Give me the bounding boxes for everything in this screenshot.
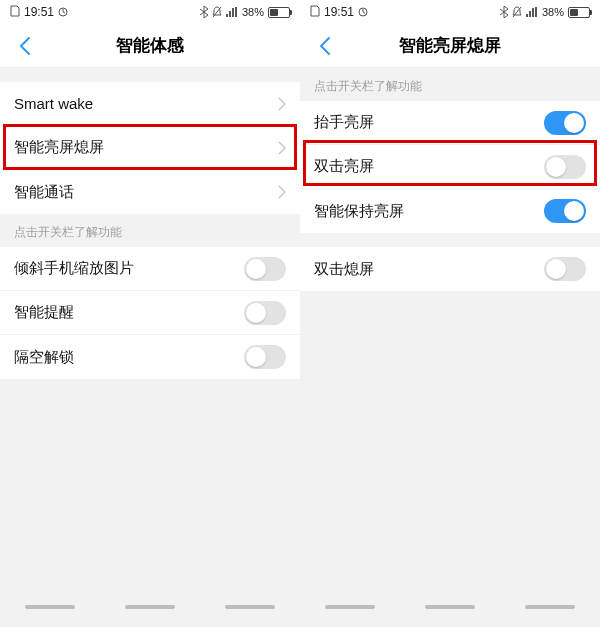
nav-back[interactable] <box>325 605 375 609</box>
page-title: 智能亮屏熄屏 <box>399 34 501 57</box>
chevron-right-icon <box>278 141 286 155</box>
sim-icon <box>310 5 320 20</box>
nav-back[interactable] <box>25 605 75 609</box>
nav-recent[interactable] <box>225 605 275 609</box>
toggle-double-tap-off[interactable] <box>544 257 586 281</box>
dnd-icon <box>212 6 222 18</box>
nav-recent[interactable] <box>525 605 575 609</box>
row-label: 隔空解锁 <box>14 348 244 367</box>
row-label: 抬手亮屏 <box>314 113 544 132</box>
battery-icon <box>268 7 290 18</box>
chevron-right-icon <box>278 185 286 199</box>
bluetooth-icon <box>200 6 208 18</box>
nav-bar <box>300 587 600 627</box>
header: 智能亮屏熄屏 <box>300 24 600 68</box>
row-double-tap-wake[interactable]: 双击亮屏 <box>300 145 600 189</box>
alarm-icon <box>358 7 368 17</box>
row-smart-keep-on[interactable]: 智能保持亮屏 <box>300 189 600 233</box>
toggle-double-tap-wake[interactable] <box>544 155 586 179</box>
battery-pct: 38% <box>542 6 564 18</box>
phone-left: 19:51 38% 智能体感 Smart <box>0 0 300 627</box>
signal-icon <box>226 7 238 17</box>
toggle-smart-remind[interactable] <box>244 301 286 325</box>
content: 点击开关栏了解功能 抬手亮屏 双击亮屏 智能保持亮屏 双击熄屏 <box>300 68 600 587</box>
status-time: 19:51 <box>24 5 54 19</box>
signal-icon <box>526 7 538 17</box>
back-button[interactable] <box>10 24 40 68</box>
row-label: Smart wake <box>14 95 278 112</box>
row-label: 智能保持亮屏 <box>314 202 544 221</box>
section-label: 点击开关栏了解功能 <box>0 214 300 247</box>
row-smart-wake[interactable]: Smart wake <box>0 82 300 126</box>
toggle-raise-wake[interactable] <box>544 111 586 135</box>
nav-home[interactable] <box>125 605 175 609</box>
alarm-icon <box>58 7 68 17</box>
sim-icon <box>10 5 20 20</box>
row-double-tap-off[interactable]: 双击熄屏 <box>300 247 600 291</box>
row-screen-onoff[interactable]: 智能亮屏熄屏 <box>0 126 300 170</box>
status-time: 19:51 <box>324 5 354 19</box>
nav-home[interactable] <box>425 605 475 609</box>
battery-icon <box>568 7 590 18</box>
row-label: 双击亮屏 <box>314 157 544 176</box>
section-label: 点击开关栏了解功能 <box>300 68 600 101</box>
toggle-air-unlock[interactable] <box>244 345 286 369</box>
row-label: 智能通话 <box>14 183 278 202</box>
phone-right: 19:51 38% 智能亮屏熄屏 点击开关栏了解功能 <box>300 0 600 627</box>
toggle-tilt-zoom[interactable] <box>244 257 286 281</box>
bluetooth-icon <box>500 6 508 18</box>
battery-pct: 38% <box>242 6 264 18</box>
row-air-unlock[interactable]: 隔空解锁 <box>0 335 300 379</box>
row-label: 倾斜手机缩放图片 <box>14 259 244 278</box>
back-button[interactable] <box>310 24 340 68</box>
status-bar: 19:51 38% <box>0 0 300 24</box>
nav-bar <box>0 587 300 627</box>
header: 智能体感 <box>0 24 300 68</box>
chevron-right-icon <box>278 97 286 111</box>
dnd-icon <box>512 6 522 18</box>
row-tilt-zoom[interactable]: 倾斜手机缩放图片 <box>0 247 300 291</box>
row-smart-call[interactable]: 智能通话 <box>0 170 300 214</box>
row-label: 双击熄屏 <box>314 260 544 279</box>
page-title: 智能体感 <box>116 34 184 57</box>
content: Smart wake 智能亮屏熄屏 智能通话 点击开关栏了解功能 <box>0 68 300 587</box>
row-smart-remind[interactable]: 智能提醒 <box>0 291 300 335</box>
row-label: 智能提醒 <box>14 303 244 322</box>
status-bar: 19:51 38% <box>300 0 600 24</box>
row-label: 智能亮屏熄屏 <box>14 138 278 157</box>
toggle-smart-keep-on[interactable] <box>544 199 586 223</box>
row-raise-wake[interactable]: 抬手亮屏 <box>300 101 600 145</box>
